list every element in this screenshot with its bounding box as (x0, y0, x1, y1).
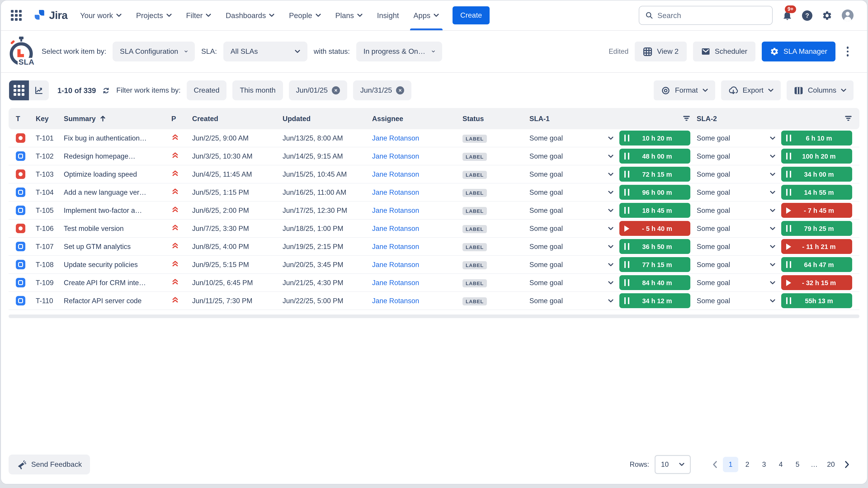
chevron-down-icon[interactable] (608, 227, 614, 230)
nav-item-projects[interactable]: Projects (129, 0, 179, 30)
assignee-link[interactable]: Jane Rotanson (372, 242, 419, 250)
table-row-t-108[interactable]: T-108 Update security policies Jun/9/25,… (8, 256, 860, 274)
header-status[interactable]: Status (463, 115, 529, 123)
header-sla1[interactable]: SLA-1 (529, 115, 697, 123)
work-item-summary[interactable]: Refactor API server code (64, 297, 171, 305)
work-item-summary[interactable]: Update security policies (64, 260, 171, 269)
chart-view-button[interactable] (29, 80, 49, 100)
work-item-summary[interactable]: Optimize loading speed (64, 170, 171, 178)
chevron-down-icon[interactable] (770, 208, 775, 212)
nav-item-plans[interactable]: Plans (328, 0, 370, 30)
nav-item-filter[interactable]: Filter (179, 0, 218, 30)
table-row-t-106[interactable]: T-106 Test mobile version Jun/7/25, 3:30… (8, 220, 860, 238)
jira-logo[interactable]: Jira (33, 9, 67, 22)
work-item-summary[interactable]: Redesign homepage… (64, 152, 171, 160)
filter-funnel-icon[interactable] (844, 115, 852, 123)
header-key[interactable]: Key (36, 115, 64, 123)
chevron-down-icon[interactable] (608, 299, 614, 302)
table-row-t-103[interactable]: T-103 Optimize loading speed Jun/4/25, 1… (8, 165, 860, 184)
scheduler-button[interactable]: Scheduler (693, 41, 755, 61)
send-feedback-button[interactable]: Send Feedback (8, 455, 90, 475)
page-button-1[interactable]: 1 (723, 457, 738, 472)
chevron-down-icon[interactable] (608, 208, 614, 212)
table-row-t-105[interactable]: T-105 Implement two-factor a… Jun/6/25, … (8, 201, 860, 220)
create-button[interactable]: Create (453, 6, 490, 24)
table-row-t-101[interactable]: T-101 Fix bug in authentication… Jun/2/2… (8, 129, 860, 147)
chevron-down-icon[interactable] (770, 299, 775, 302)
nav-item-people[interactable]: People (282, 0, 328, 30)
page-next-icon[interactable] (840, 457, 854, 472)
work-item-summary[interactable]: Create API for CRM inte… (64, 279, 171, 287)
kebab-menu-icon[interactable] (842, 41, 854, 61)
filter-chip-jun-01-25[interactable]: Jun/01/25 × (289, 80, 347, 100)
nav-item-apps[interactable]: Apps (406, 0, 446, 30)
page-button-2[interactable]: 2 (740, 457, 755, 472)
assignee-link[interactable]: Jane Rotanson (372, 279, 419, 286)
assignee-link[interactable]: Jane Rotanson (372, 297, 419, 304)
nav-item-insight[interactable]: Insight (370, 0, 406, 30)
chevron-down-icon[interactable] (770, 172, 775, 176)
remove-chip-icon[interactable]: × (396, 86, 404, 94)
chevron-down-icon[interactable] (608, 281, 614, 285)
chevron-down-icon[interactable] (770, 191, 775, 194)
chevron-down-icon[interactable] (770, 136, 775, 140)
filter-funnel-icon[interactable] (683, 115, 690, 123)
nav-item-your-work[interactable]: Your work (73, 0, 129, 30)
header-type[interactable]: T (16, 115, 36, 123)
chevron-down-icon[interactable] (608, 191, 614, 194)
table-row-t-104[interactable]: T-104 Add a new language ver… Jun/5/25, … (8, 184, 860, 201)
horizontal-scrollbar[interactable] (8, 315, 860, 318)
table-row-t-110[interactable]: T-110 Refactor API server code Jun/11/25… (8, 292, 860, 310)
header-summary[interactable]: Summary (64, 115, 171, 123)
chevron-down-icon[interactable] (608, 136, 614, 140)
profile-button[interactable] (842, 9, 854, 21)
search-box[interactable] (639, 6, 773, 25)
app-switcher-icon[interactable] (11, 10, 22, 21)
header-priority[interactable]: P (171, 115, 192, 123)
work-item-by-dropdown[interactable]: SLA Configuration (113, 41, 195, 61)
filter-chip-jun-31-25[interactable]: Jun/31/25 × (353, 80, 412, 100)
filter-chip-created[interactable]: Created (186, 80, 227, 100)
chevron-down-icon[interactable] (608, 172, 614, 176)
table-row-t-107[interactable]: T-107 Set up GTM analytics Jun/8/25, 4:0… (8, 238, 860, 256)
rows-per-page-select[interactable]: 10 (655, 455, 691, 474)
work-item-summary[interactable]: Set up GTM analytics (64, 242, 171, 251)
table-row-t-109[interactable]: T-109 Create API for CRM inte… Jun/10/25… (8, 274, 860, 292)
help-button[interactable]: ? (802, 10, 812, 21)
assignee-link[interactable]: Jane Rotanson (372, 224, 419, 232)
header-updated[interactable]: Updated (283, 115, 372, 123)
header-sla2[interactable]: SLA-2 (697, 115, 852, 123)
page-button-3[interactable]: 3 (756, 457, 772, 472)
assignee-link[interactable]: Jane Rotanson (372, 152, 419, 160)
refresh-icon[interactable] (102, 86, 111, 95)
settings-button[interactable] (822, 10, 832, 21)
chevron-down-icon[interactable] (770, 154, 775, 158)
chevron-down-icon[interactable] (770, 245, 775, 248)
page-button-20[interactable]: 20 (823, 457, 839, 472)
work-item-summary[interactable]: Fix bug in authentication… (64, 134, 171, 142)
format-button[interactable]: Format (654, 80, 715, 100)
sla-manager-button[interactable]: SLA Manager (762, 41, 835, 61)
search-input[interactable] (657, 11, 766, 20)
header-created[interactable]: Created (192, 115, 283, 123)
table-row-t-102[interactable]: T-102 Redesign homepage… Jun/3/25, 10:30… (8, 147, 860, 165)
chevron-down-icon[interactable] (770, 281, 775, 285)
grid-view-button[interactable] (9, 80, 29, 100)
page-button-5[interactable]: 5 (790, 457, 805, 472)
export-button[interactable]: Export (721, 80, 781, 100)
notifications-button[interactable]: 9+ (782, 10, 793, 21)
chevron-down-icon[interactable] (770, 263, 775, 266)
work-item-summary[interactable]: Add a new language ver… (64, 188, 171, 196)
status-dropdown[interactable]: In progress & On… (356, 41, 442, 61)
assignee-link[interactable]: Jane Rotanson (372, 170, 419, 178)
assignee-link[interactable]: Jane Rotanson (372, 206, 419, 214)
work-item-summary[interactable]: Implement two-factor a… (64, 206, 171, 215)
sla-dropdown[interactable]: All SLAs (223, 41, 307, 61)
nav-item-dashboards[interactable]: Dashboards (219, 0, 282, 30)
header-assignee[interactable]: Assignee (372, 115, 463, 123)
chevron-down-icon[interactable] (608, 245, 614, 248)
assignee-link[interactable]: Jane Rotanson (372, 134, 419, 142)
chevron-down-icon[interactable] (608, 263, 614, 266)
work-item-summary[interactable]: Test mobile version (64, 224, 171, 232)
page-button-4[interactable]: 4 (773, 457, 788, 472)
